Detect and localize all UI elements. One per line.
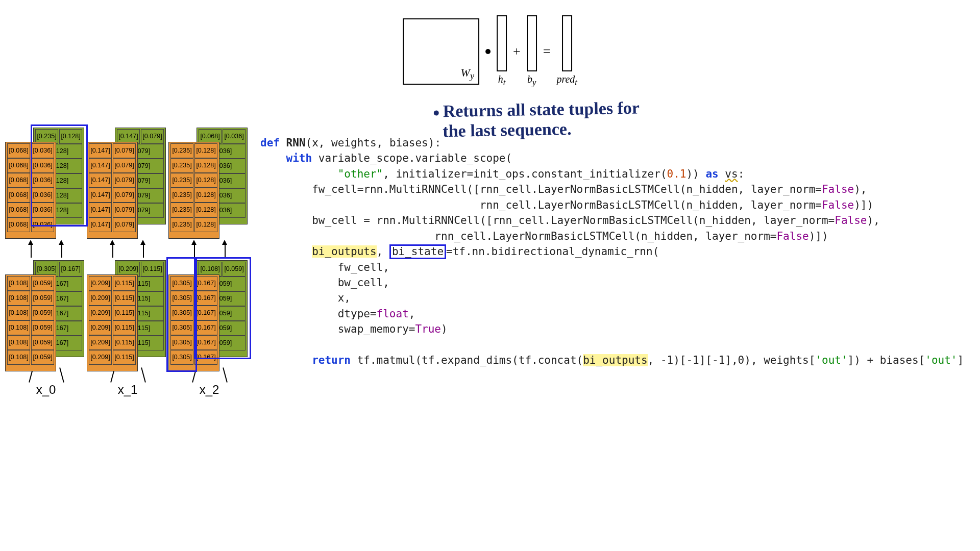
forward-cell: [0.108][0.059] [0.108][0.059] [0.108][0.…: [5, 274, 56, 371]
weight-matrix-box: Wy: [403, 18, 479, 85]
forward-cell: [0.147][0.079] [0.147][0.079] [0.147][0.…: [87, 142, 138, 239]
arrow-icon: [222, 240, 227, 245]
arrow-icon: [223, 367, 228, 382]
arrow-icon: [225, 245, 226, 258]
forward-cell: [0.209][0.115] [0.209][0.115] [0.209][0.…: [87, 274, 138, 371]
arrow-icon: [112, 245, 113, 258]
hidden-state-vector: ht: [497, 15, 507, 88]
arrow-icon: [59, 240, 64, 245]
blue-highlight-box: [194, 257, 251, 359]
plus-sign: +: [513, 44, 521, 59]
arrow-icon: [143, 245, 144, 258]
arrow-icon: [194, 245, 195, 258]
code-snippet: def RNN(x, weights, biases): with variab…: [260, 135, 964, 368]
highlighted-var: bi_outputs: [312, 245, 376, 258]
lstm-cell-pair: [0.147][0.079] [0.079] [0.079] [0.079] […: [87, 128, 168, 235]
bias-vector: by: [527, 15, 537, 88]
arrow-icon: [28, 240, 33, 245]
arrow-icon: [140, 240, 145, 245]
arrow-icon: [141, 367, 146, 382]
arrow-icon: [110, 240, 115, 245]
output-equation: Wy ht + by = predt: [403, 15, 577, 88]
arrow-icon: [61, 245, 62, 258]
equals-sign: =: [543, 44, 551, 59]
highlighted-var: bi_outputs: [583, 354, 647, 366]
lstm-cell-pair: [0.068][0.036] [0.036] [0.036] [0.036] […: [168, 128, 250, 235]
forward-cell: [0.235][0.128] [0.235][0.128] [0.235][0.…: [168, 142, 219, 239]
arrow-icon: [191, 240, 197, 245]
handwritten-annotation: Returns all state tuples for the last se…: [433, 97, 640, 141]
bullet-icon: [434, 111, 439, 116]
lstm-state-diagram: [0.235][0.128] [0.128] [0.128] [0.128] […: [5, 128, 250, 423]
arrow-icon: [59, 367, 64, 382]
arrow-icon: [31, 245, 32, 258]
lstm-cell-pair: [0.209][0.115] [0.115] [0.115] [0.115] […: [87, 260, 168, 367]
prediction-vector: predt: [556, 15, 577, 88]
dot-product-icon: [485, 49, 491, 54]
timestep-labels: x_0 x_1 x_2: [5, 383, 250, 397]
blue-highlight-box: [166, 257, 197, 372]
lstm-cell-pair: [0.305][0.167] [0.167] [0.167] [0.167] […: [5, 260, 87, 367]
blue-highlight-box: [31, 124, 88, 227]
highlighted-var-box: bi_state: [389, 244, 446, 259]
